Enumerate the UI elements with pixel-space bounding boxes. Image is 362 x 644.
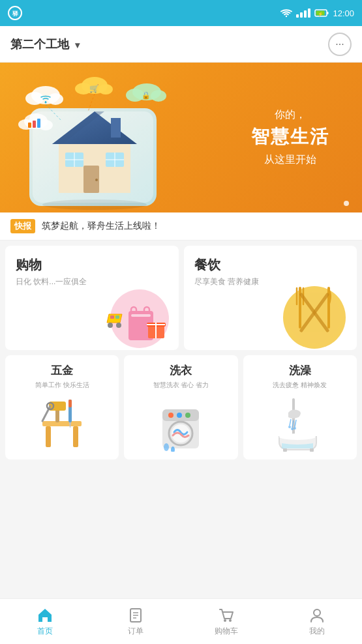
dining-title: 餐饮 (194, 256, 347, 274)
svg-point-84 (288, 426, 291, 428)
profile-icon (309, 607, 325, 624)
banner-maintext: 智慧生活 (251, 124, 329, 149)
svg-point-85 (291, 428, 294, 430)
svg-rect-88 (283, 448, 287, 452)
shower-title: 洗澡 (289, 363, 311, 378)
hardware-desc: 简单工作 快乐生活 (35, 381, 89, 390)
laundry-card[interactable]: 洗衣 智慧洗衣 省心 省力 (124, 355, 237, 460)
nav-profile-label: 我的 (309, 626, 325, 637)
banner-text: 你的， 智慧生活 从这里开始 (251, 108, 329, 167)
category-grid: 购物 日化 饮料...一应俱全 (0, 241, 362, 460)
orders-icon (127, 607, 144, 624)
battery-icon: ⚡ (314, 8, 329, 18)
svg-rect-63 (46, 426, 51, 447)
nav-profile[interactable]: 我的 (271, 607, 362, 637)
wifi-icon (280, 8, 292, 18)
nav-cart[interactable]: 购物车 (181, 607, 272, 637)
svg-point-75 (185, 413, 190, 418)
shopping-title: 购物 (16, 256, 168, 274)
svg-rect-38 (37, 119, 40, 128)
svg-point-73 (168, 413, 173, 418)
chat-button[interactable]: ··· (328, 33, 352, 56)
shower-card[interactable]: 洗澡 洗去疲惫 精神焕发 (243, 355, 357, 460)
top-category-row: 购物 日化 饮料...一应俱全 (5, 246, 357, 350)
svg-point-74 (177, 413, 182, 418)
nav-cart-label: 购物车 (215, 626, 238, 637)
bottom-category-row: 五金 简单工作 快乐生活 洗衣 智慧洗衣 省心 省力 (5, 355, 357, 460)
svg-rect-64 (73, 426, 78, 447)
banner-desc: 从这里开始 (251, 153, 329, 167)
svg-point-95 (224, 619, 226, 622)
time-display: 12:00 (333, 8, 354, 18)
svg-rect-45 (131, 314, 151, 317)
news-bar: 快报 筑梦起航，驿舟生活上线啦！ (0, 212, 362, 241)
svg-rect-62 (42, 421, 82, 426)
svg-rect-48 (110, 315, 114, 319)
svg-point-31 (151, 90, 166, 102)
svg-point-78 (164, 443, 169, 451)
dining-card[interactable]: 餐饮 尽享美食 营养健康 (184, 246, 357, 350)
hardware-title: 五金 (51, 363, 73, 378)
shopping-illustration (91, 278, 175, 350)
laundry-desc: 智慧洗衣 省心 省力 (153, 381, 209, 390)
svg-text:⚡: ⚡ (318, 11, 324, 17)
svg-point-96 (229, 619, 232, 622)
svg-point-22 (25, 92, 44, 105)
svg-rect-68 (68, 400, 72, 407)
news-tag: 快报 (10, 219, 35, 233)
svg-rect-37 (33, 121, 36, 128)
signal-icon (296, 8, 310, 18)
shower-illustration (274, 396, 326, 452)
hero-banner: 🛒 🔒 你的， 智慧生活 从这里开始 (0, 63, 362, 212)
app-header: 第二个工地 ▾ ··· (0, 26, 362, 63)
svg-rect-49 (115, 315, 119, 319)
app-status-icon: 驿 (8, 6, 22, 20)
title-dropdown-arrow[interactable]: ▾ (75, 40, 80, 50)
nav-home[interactable]: 首页 (0, 607, 91, 637)
laundry-illustration (155, 396, 207, 452)
chat-icon: ··· (335, 38, 344, 50)
nav-home-label: 首页 (37, 626, 53, 637)
svg-rect-11 (111, 118, 121, 138)
shopping-card[interactable]: 购物 日化 饮料...一应俱全 (5, 246, 179, 350)
svg-rect-36 (28, 123, 31, 128)
shower-desc: 洗去疲惫 精神焕发 (273, 381, 327, 390)
hardware-card[interactable]: 五金 简单工作 快乐生活 (5, 355, 119, 460)
status-right: ⚡ 12:00 (280, 8, 354, 18)
banner-subtext: 你的， (251, 108, 329, 122)
banner-illustration: 🛒 🔒 (10, 69, 179, 212)
header-title[interactable]: 第二个工地 ▾ (10, 37, 80, 52)
hardware-illustration (36, 396, 88, 452)
dining-illustration (275, 275, 354, 350)
svg-point-97 (314, 609, 320, 616)
svg-text:驿: 驿 (12, 10, 18, 17)
svg-text:🛒: 🛒 (89, 83, 99, 93)
svg-point-35 (38, 120, 53, 130)
svg-point-86 (294, 427, 296, 430)
status-left: 驿 (8, 6, 22, 20)
cart-icon (218, 607, 235, 624)
banner-indicator (344, 201, 349, 206)
nav-orders-label: 订单 (128, 626, 143, 637)
svg-point-47 (116, 323, 121, 328)
svg-rect-89 (310, 448, 314, 452)
news-text: 筑梦起航，驿舟生活上线啦！ (42, 220, 160, 232)
svg-point-23 (48, 93, 63, 105)
laundry-title: 洗衣 (170, 363, 192, 378)
svg-point-46 (108, 323, 113, 328)
svg-point-20 (42, 199, 147, 210)
home-icon (37, 607, 53, 624)
svg-point-27 (98, 84, 113, 95)
svg-text:🔒: 🔒 (142, 91, 151, 100)
svg-line-81 (290, 419, 291, 426)
svg-point-24 (45, 102, 47, 104)
svg-point-19 (95, 179, 98, 181)
nav-orders[interactable]: 订单 (91, 607, 181, 637)
svg-point-87 (279, 433, 316, 440)
svg-marker-90 (38, 609, 52, 622)
svg-line-83 (295, 420, 296, 427)
bottom-navigation: 首页 订单 购物车 我的 (0, 598, 362, 644)
svg-point-34 (18, 119, 34, 130)
status-bar: 驿 ⚡ 12:00 (0, 0, 362, 26)
svg-rect-3 (327, 12, 329, 14)
